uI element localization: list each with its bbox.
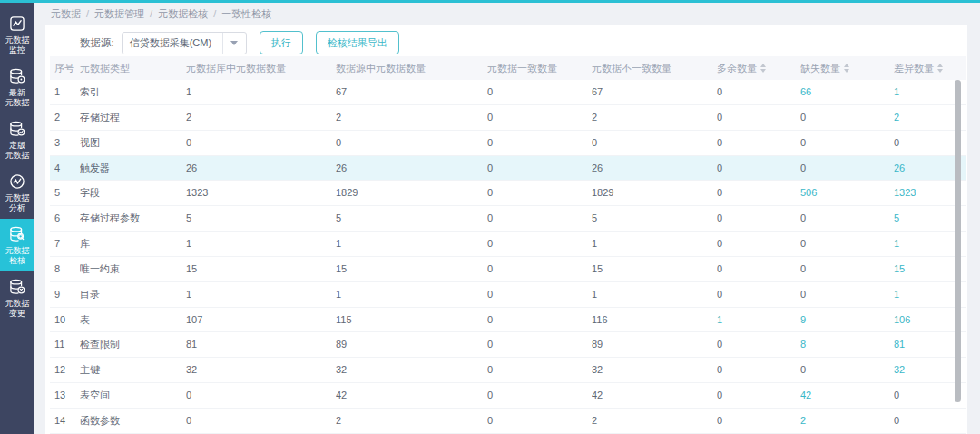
table-row[interactable]: 14函数参数0202020 [50, 409, 966, 434]
cell-consistent_count: 0 [487, 105, 592, 130]
cell-extra_count[interactable]: 1 [717, 308, 800, 332]
cell-extra_count: 0 [717, 105, 800, 130]
cell-index: 2 [50, 105, 80, 130]
table-row[interactable]: 8唯一约束15150150015 [50, 257, 966, 282]
cell-missing_count: 0 [800, 282, 894, 307]
sidebar-item-metadata-monitor[interactable]: 元数据 监控 [0, 8, 34, 61]
cell-source_count: 115 [336, 308, 487, 332]
cell-missing_count[interactable]: 506 [800, 181, 894, 205]
cell-inconsistent_count: 116 [592, 308, 717, 332]
sidebar-item-label: 最新 元数据 [5, 88, 30, 108]
cell-missing_count[interactable]: 9 [800, 308, 894, 332]
breadcrumb-item[interactable]: 元数据检核 [158, 8, 208, 19]
column-header-type: 元数据类型 [80, 62, 186, 75]
cell-db_count: 5 [186, 206, 336, 231]
cell-inconsistent_count: 32 [592, 358, 717, 382]
table-row[interactable]: 5字段132318290182905061323 [50, 181, 966, 206]
sidebar-item-metadata-analysis[interactable]: 元数据 分析 [0, 166, 34, 219]
analysis-pulse-icon [8, 173, 26, 191]
cell-source_count: 1 [336, 232, 487, 256]
column-header-db_count: 元数据库中元数据数量 [186, 62, 336, 75]
table-row[interactable]: 1索引1670670661 [50, 80, 966, 105]
cell-extra_count: 0 [717, 257, 800, 281]
vertical-scrollbar[interactable] [955, 80, 961, 402]
sidebar-item-versioned-metadata[interactable]: 定版 元数据 [0, 113, 34, 166]
breadcrumb-item[interactable]: 元数据 [51, 8, 81, 19]
cell-source_count: 0 [336, 131, 487, 155]
sidebar-item-metadata-change[interactable]: 元数据 变更 [0, 271, 34, 324]
table-row[interactable]: 11检查限制81890890881 [50, 332, 966, 358]
cell-type: 检查限制 [80, 332, 186, 357]
column-header-missing_count[interactable]: 缺失数量 [800, 62, 894, 75]
cell-index: 6 [50, 206, 80, 231]
cell-index: 1 [50, 80, 80, 104]
sidebar-item-latest-metadata[interactable]: 最新 元数据 [0, 61, 34, 113]
database-new-icon [8, 67, 26, 85]
cell-inconsistent_count: 1 [592, 282, 717, 307]
cell-consistent_count: 0 [487, 232, 592, 256]
select-arrow-box[interactable] [222, 33, 246, 54]
table-row[interactable]: 10表107115011619106 [50, 308, 966, 333]
column-header-extra_count[interactable]: 多余数量 [717, 62, 800, 75]
cell-extra_count: 0 [717, 332, 800, 357]
table-row[interactable]: 3视图0000000 [50, 131, 966, 156]
cell-missing_count: 0 [800, 358, 894, 382]
cell-index: 8 [50, 257, 80, 281]
cell-extra_count: 0 [717, 358, 800, 382]
breadcrumb-item: 一致性检核 [221, 8, 271, 19]
breadcrumb-separator: / [150, 8, 152, 19]
cell-consistent_count: 0 [487, 131, 592, 155]
sort-icon[interactable] [760, 64, 766, 73]
column-header-inconsistent_count: 元数据不一致数量 [592, 62, 717, 75]
table-row[interactable]: 4触发器26260260026 [50, 156, 966, 182]
sidebar-item-metadata-check[interactable]: 元数据 检核 [0, 219, 34, 271]
cell-source_count: 42 [336, 383, 487, 408]
cell-consistent_count: 0 [487, 156, 592, 181]
cell-type: 主键 [80, 358, 186, 382]
cell-missing_count: 0 [800, 131, 894, 155]
cell-inconsistent_count: 42 [592, 383, 717, 408]
toolbar: 数据源: 信贷数据采集(CM) 执行 检核结果导出 [80, 30, 399, 55]
export-results-button[interactable]: 检核结果导出 [316, 31, 399, 54]
sidebar: 元数据 监控 最新 元数据 [0, 3, 34, 434]
cell-index: 11 [50, 332, 80, 357]
cell-source_count: 5 [336, 206, 487, 231]
monitor-chart-icon [8, 15, 26, 33]
cell-type: 触发器 [80, 156, 186, 181]
column-header-index: 序号 [50, 62, 80, 75]
table-row[interactable]: 7库1101001 [50, 232, 966, 257]
sort-icon[interactable] [937, 64, 943, 73]
cell-missing_count[interactable]: 8 [800, 332, 894, 357]
table-row[interactable]: 9目录1101001 [50, 282, 966, 308]
execute-button[interactable]: 执行 [260, 31, 303, 54]
cell-index: 12 [50, 358, 80, 382]
cell-db_count: 1 [186, 232, 336, 256]
cell-source_count: 32 [336, 358, 487, 382]
table-row[interactable]: 2存储过程2202002 [50, 105, 966, 131]
cell-index: 14 [50, 409, 80, 433]
database-change-icon [8, 278, 26, 296]
cell-missing_count: 0 [800, 232, 894, 256]
cell-type: 字段 [80, 181, 186, 205]
sort-icon[interactable] [844, 64, 849, 73]
cell-inconsistent_count: 89 [592, 332, 717, 357]
breadcrumb-item[interactable]: 元数据管理 [94, 8, 144, 19]
cell-index: 13 [50, 383, 80, 408]
cell-db_count: 107 [186, 308, 336, 332]
cell-missing_count[interactable]: 2 [800, 409, 894, 433]
table-row[interactable]: 6存储过程参数5505005 [50, 206, 966, 232]
table-row[interactable]: 12主键32320320032 [50, 358, 966, 383]
sidebar-item-label: 元数据 检核 [5, 246, 30, 266]
cell-type: 库 [80, 232, 186, 256]
cell-missing_count[interactable]: 42 [800, 383, 894, 408]
breadcrumb-separator: / [86, 8, 89, 19]
cell-extra_count: 0 [717, 156, 800, 181]
cell-extra_count: 0 [717, 409, 800, 433]
cell-missing_count[interactable]: 66 [800, 80, 894, 104]
column-header-diff_count[interactable]: 差异数量 [894, 62, 966, 75]
cell-db_count: 2 [186, 105, 336, 130]
cell-extra_count: 0 [717, 383, 800, 408]
cell-source_count: 67 [336, 80, 487, 104]
datasource-select[interactable]: 信贷数据采集(CM) [122, 32, 247, 54]
table-row[interactable]: 13表空间0420420420 [50, 383, 966, 409]
